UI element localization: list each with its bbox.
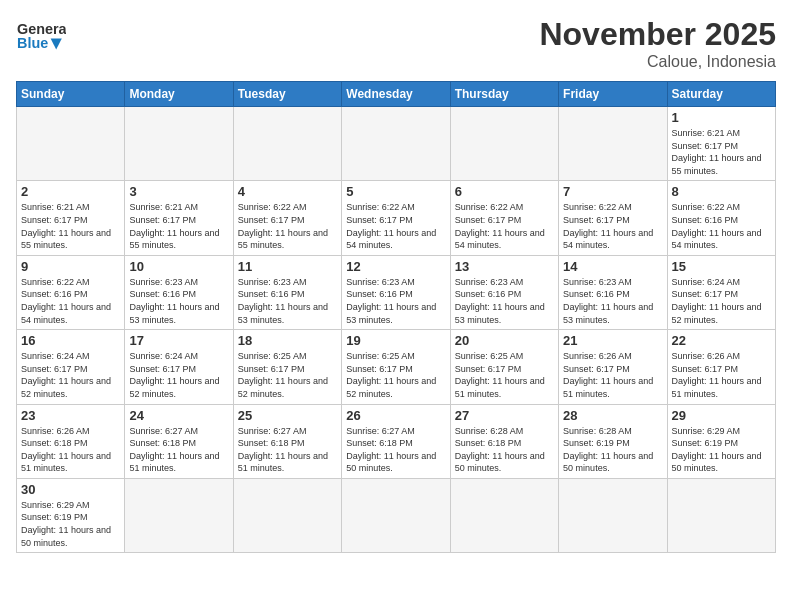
empty-cell <box>559 107 667 181</box>
day-info: Sunrise: 6:23 AMSunset: 6:16 PMDaylight:… <box>455 276 554 326</box>
day-cell: 19 Sunrise: 6:25 AMSunset: 6:17 PMDaylig… <box>342 330 450 404</box>
day-number: 23 <box>21 408 120 423</box>
day-number: 1 <box>672 110 771 125</box>
day-info: Sunrise: 6:29 AMSunset: 6:19 PMDaylight:… <box>21 499 120 549</box>
calendar-row: 1 Sunrise: 6:21 AMSunset: 6:17 PMDayligh… <box>17 107 776 181</box>
day-info: Sunrise: 6:25 AMSunset: 6:17 PMDaylight:… <box>455 350 554 400</box>
day-number: 3 <box>129 184 228 199</box>
empty-cell <box>667 478 775 552</box>
day-info: Sunrise: 6:26 AMSunset: 6:17 PMDaylight:… <box>672 350 771 400</box>
day-cell: 13 Sunrise: 6:23 AMSunset: 6:16 PMDaylig… <box>450 255 558 329</box>
day-cell: 2 Sunrise: 6:21 AMSunset: 6:17 PMDayligh… <box>17 181 125 255</box>
day-number: 25 <box>238 408 337 423</box>
header-monday: Monday <box>125 82 233 107</box>
day-cell: 22 Sunrise: 6:26 AMSunset: 6:17 PMDaylig… <box>667 330 775 404</box>
day-cell: 17 Sunrise: 6:24 AMSunset: 6:17 PMDaylig… <box>125 330 233 404</box>
day-cell: 29 Sunrise: 6:29 AMSunset: 6:19 PMDaylig… <box>667 404 775 478</box>
header-friday: Friday <box>559 82 667 107</box>
day-cell: 16 Sunrise: 6:24 AMSunset: 6:17 PMDaylig… <box>17 330 125 404</box>
empty-cell <box>125 107 233 181</box>
day-cell: 5 Sunrise: 6:22 AMSunset: 6:17 PMDayligh… <box>342 181 450 255</box>
day-info: Sunrise: 6:29 AMSunset: 6:19 PMDaylight:… <box>672 425 771 475</box>
day-cell: 18 Sunrise: 6:25 AMSunset: 6:17 PMDaylig… <box>233 330 341 404</box>
title-area: November 2025 Caloue, Indonesia <box>539 16 776 71</box>
day-cell: 11 Sunrise: 6:23 AMSunset: 6:16 PMDaylig… <box>233 255 341 329</box>
empty-cell <box>233 478 341 552</box>
day-info: Sunrise: 6:23 AMSunset: 6:16 PMDaylight:… <box>563 276 662 326</box>
day-number: 26 <box>346 408 445 423</box>
svg-text:General: General <box>17 21 66 37</box>
day-info: Sunrise: 6:21 AMSunset: 6:17 PMDaylight:… <box>129 201 228 251</box>
day-number: 20 <box>455 333 554 348</box>
day-number: 5 <box>346 184 445 199</box>
day-cell: 25 Sunrise: 6:27 AMSunset: 6:18 PMDaylig… <box>233 404 341 478</box>
empty-cell <box>17 107 125 181</box>
calendar-row: 30 Sunrise: 6:29 AMSunset: 6:19 PMDaylig… <box>17 478 776 552</box>
day-cell: 15 Sunrise: 6:24 AMSunset: 6:17 PMDaylig… <box>667 255 775 329</box>
day-number: 21 <box>563 333 662 348</box>
day-info: Sunrise: 6:26 AMSunset: 6:17 PMDaylight:… <box>563 350 662 400</box>
day-number: 13 <box>455 259 554 274</box>
day-number: 22 <box>672 333 771 348</box>
day-info: Sunrise: 6:21 AMSunset: 6:17 PMDaylight:… <box>21 201 120 251</box>
calendar-row: 16 Sunrise: 6:24 AMSunset: 6:17 PMDaylig… <box>17 330 776 404</box>
calendar-table: Sunday Monday Tuesday Wednesday Thursday… <box>16 81 776 553</box>
day-cell: 20 Sunrise: 6:25 AMSunset: 6:17 PMDaylig… <box>450 330 558 404</box>
calendar-row: 2 Sunrise: 6:21 AMSunset: 6:17 PMDayligh… <box>17 181 776 255</box>
day-number: 18 <box>238 333 337 348</box>
day-cell: 12 Sunrise: 6:23 AMSunset: 6:16 PMDaylig… <box>342 255 450 329</box>
day-info: Sunrise: 6:21 AMSunset: 6:17 PMDaylight:… <box>672 127 771 177</box>
day-cell: 6 Sunrise: 6:22 AMSunset: 6:17 PMDayligh… <box>450 181 558 255</box>
month-title: November 2025 <box>539 16 776 53</box>
day-info: Sunrise: 6:25 AMSunset: 6:17 PMDaylight:… <box>238 350 337 400</box>
day-cell: 27 Sunrise: 6:28 AMSunset: 6:18 PMDaylig… <box>450 404 558 478</box>
day-info: Sunrise: 6:22 AMSunset: 6:16 PMDaylight:… <box>672 201 771 251</box>
day-info: Sunrise: 6:24 AMSunset: 6:17 PMDaylight:… <box>21 350 120 400</box>
day-info: Sunrise: 6:27 AMSunset: 6:18 PMDaylight:… <box>129 425 228 475</box>
header-sunday: Sunday <box>17 82 125 107</box>
logo-svg: General Blue <box>16 16 66 56</box>
day-info: Sunrise: 6:26 AMSunset: 6:18 PMDaylight:… <box>21 425 120 475</box>
day-number: 2 <box>21 184 120 199</box>
day-info: Sunrise: 6:22 AMSunset: 6:17 PMDaylight:… <box>455 201 554 251</box>
day-cell: 23 Sunrise: 6:26 AMSunset: 6:18 PMDaylig… <box>17 404 125 478</box>
day-number: 27 <box>455 408 554 423</box>
day-cell: 21 Sunrise: 6:26 AMSunset: 6:17 PMDaylig… <box>559 330 667 404</box>
day-number: 6 <box>455 184 554 199</box>
day-number: 24 <box>129 408 228 423</box>
day-info: Sunrise: 6:23 AMSunset: 6:16 PMDaylight:… <box>129 276 228 326</box>
day-number: 28 <box>563 408 662 423</box>
day-cell: 4 Sunrise: 6:22 AMSunset: 6:17 PMDayligh… <box>233 181 341 255</box>
day-cell: 1 Sunrise: 6:21 AMSunset: 6:17 PMDayligh… <box>667 107 775 181</box>
day-number: 16 <box>21 333 120 348</box>
empty-cell <box>342 107 450 181</box>
day-cell: 26 Sunrise: 6:27 AMSunset: 6:18 PMDaylig… <box>342 404 450 478</box>
day-number: 11 <box>238 259 337 274</box>
svg-marker-2 <box>51 38 62 49</box>
day-info: Sunrise: 6:24 AMSunset: 6:17 PMDaylight:… <box>129 350 228 400</box>
day-cell: 8 Sunrise: 6:22 AMSunset: 6:16 PMDayligh… <box>667 181 775 255</box>
day-cell: 28 Sunrise: 6:28 AMSunset: 6:19 PMDaylig… <box>559 404 667 478</box>
day-number: 30 <box>21 482 120 497</box>
day-number: 4 <box>238 184 337 199</box>
day-info: Sunrise: 6:27 AMSunset: 6:18 PMDaylight:… <box>238 425 337 475</box>
day-cell: 24 Sunrise: 6:27 AMSunset: 6:18 PMDaylig… <box>125 404 233 478</box>
weekday-header-row: Sunday Monday Tuesday Wednesday Thursday… <box>17 82 776 107</box>
day-number: 9 <box>21 259 120 274</box>
day-info: Sunrise: 6:28 AMSunset: 6:19 PMDaylight:… <box>563 425 662 475</box>
empty-cell <box>342 478 450 552</box>
day-number: 10 <box>129 259 228 274</box>
empty-cell <box>125 478 233 552</box>
logo: General Blue <box>16 16 70 56</box>
empty-cell <box>559 478 667 552</box>
page-header: General Blue November 2025 Caloue, Indon… <box>16 16 776 71</box>
header-saturday: Saturday <box>667 82 775 107</box>
empty-cell <box>450 478 558 552</box>
day-number: 17 <box>129 333 228 348</box>
day-info: Sunrise: 6:27 AMSunset: 6:18 PMDaylight:… <box>346 425 445 475</box>
day-cell: 9 Sunrise: 6:22 AMSunset: 6:16 PMDayligh… <box>17 255 125 329</box>
day-cell: 14 Sunrise: 6:23 AMSunset: 6:16 PMDaylig… <box>559 255 667 329</box>
day-cell: 30 Sunrise: 6:29 AMSunset: 6:19 PMDaylig… <box>17 478 125 552</box>
day-number: 8 <box>672 184 771 199</box>
day-cell: 3 Sunrise: 6:21 AMSunset: 6:17 PMDayligh… <box>125 181 233 255</box>
